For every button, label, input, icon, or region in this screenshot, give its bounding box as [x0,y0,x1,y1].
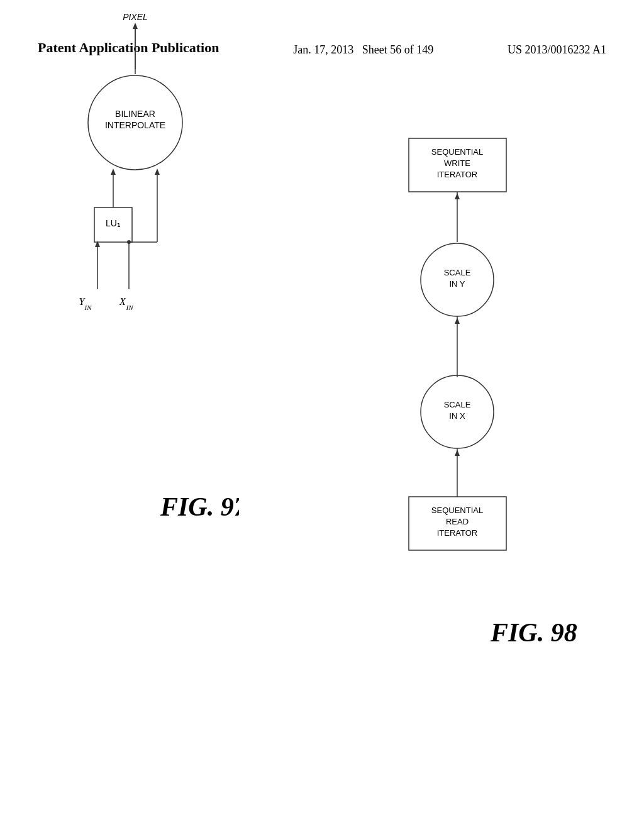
xin-label: X [119,296,126,307]
bilinear-text2: INTERPOLATE [105,120,165,130]
fig98-svg: SEQUENTIAL WRITE ITERATOR SCALE IN Y SCA… [327,126,629,704]
scale-y-text1: SCALE [444,268,471,277]
arrowhead-right [155,169,160,175]
fig98-diagram: SEQUENTIAL WRITE ITERATOR SCALE IN Y SCA… [327,126,629,704]
seq-read-text1: SEQUENTIAL [431,506,483,515]
yin-sub: IN [84,304,92,311]
bilinear-text1: BILINEAR [115,109,155,119]
arrowhead-read [455,450,460,456]
junction-dot [127,240,131,244]
patent-number: US 2013/0016232 A1 [508,39,606,58]
page: Patent Application Publication Jan. 17, … [0,0,644,830]
fig97-label: FIG. 97 [160,492,239,521]
fig97-svg: PIXEL BILINEAR INTERPOLATE LU₁ [0,0,239,578]
scale-x-text1: SCALE [444,400,471,409]
xin-sub: IN [126,304,134,311]
seq-write-text1: SEQUENTIAL [431,147,483,157]
date-sheet: Jan. 17, 2013 Sheet 56 of 149 [293,39,433,58]
lu1-text: LU₁ [106,218,121,228]
scale-y-text2: IN Y [449,279,465,289]
fig98-label: FIG. 98 [490,618,577,647]
scale-x-text2: IN X [449,411,465,421]
pixel-label: PIXEL [123,12,148,22]
arrowhead-scaley-write [455,193,460,199]
arrowhead-lu [111,169,116,175]
arrowhead-scalex [455,318,460,324]
seq-read-text2: READ [446,517,469,526]
date: Jan. 17, 2013 Sheet 56 of 149 [293,43,433,56]
seq-write-text2: WRITE [444,158,470,168]
seq-write-text3: ITERATOR [437,170,478,179]
fig97-diagram: PIXEL BILINEAR INTERPOLATE LU₁ [0,0,239,566]
seq-read-text3: ITERATOR [437,528,478,538]
